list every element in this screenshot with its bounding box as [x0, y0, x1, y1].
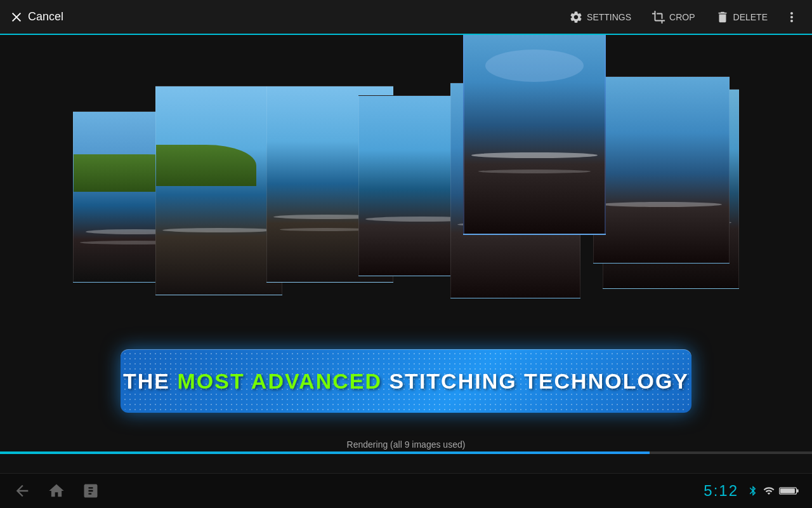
progress-label: Rendering (all 9 images used): [347, 439, 466, 450]
status-area: 5:12: [704, 482, 799, 500]
home-icon: [48, 482, 65, 500]
crop-label: CROP: [669, 12, 695, 22]
delete-icon: [716, 10, 730, 24]
photo-panel-7: [593, 76, 730, 264]
progress-track: [0, 451, 812, 454]
battery-icon: [779, 485, 799, 497]
panorama-preview: [73, 73, 739, 308]
banner-text-suffix: STITCHING TECHNOLOGY: [382, 369, 689, 393]
top-toolbar: Cancel SETTINGS CROP DELETE: [0, 0, 812, 35]
topbar-right: SETTINGS CROP DELETE: [560, 4, 812, 30]
crop-icon: [652, 10, 665, 24]
photo-panel-6: [463, 16, 606, 235]
cancel-label: Cancel: [28, 10, 63, 23]
wifi-icon: [763, 485, 775, 497]
clock: 5:12: [704, 482, 738, 500]
recents-button[interactable]: [81, 481, 100, 500]
svg-rect-1: [797, 489, 799, 492]
recents-icon: [82, 482, 100, 500]
more-options-button[interactable]: [779, 4, 804, 30]
status-icons: [747, 485, 799, 497]
topbar-left: Cancel: [0, 10, 63, 23]
svg-rect-2: [780, 488, 795, 493]
settings-button[interactable]: SETTINGS: [560, 5, 640, 29]
cancel-icon: [10, 11, 23, 23]
bluetooth-icon: [747, 485, 759, 497]
bottom-navigation-bar: 5:12: [0, 473, 812, 508]
nav-icons-left: [13, 481, 100, 500]
settings-icon: [569, 10, 583, 24]
progress-fill: [0, 451, 650, 454]
crop-button[interactable]: CROP: [643, 5, 704, 29]
more-icon: [784, 10, 799, 25]
back-button[interactable]: [13, 481, 32, 500]
home-button[interactable]: [47, 481, 66, 500]
banner-text-the: THE: [123, 369, 177, 393]
promo-banner: THE MOST ADVANCED STITCHING TECHNOLOGY: [121, 349, 691, 413]
progress-text: Rendering (all 9 images used): [0, 439, 812, 450]
main-content: THE MOST ADVANCED STITCHING TECHNOLOGY R…: [0, 35, 812, 489]
delete-label: DELETE: [733, 12, 768, 22]
back-icon: [13, 482, 31, 500]
banner-text: THE MOST ADVANCED STITCHING TECHNOLOGY: [123, 369, 689, 394]
photo-panel-2: [155, 86, 282, 295]
cancel-button[interactable]: Cancel: [10, 10, 63, 23]
banner-text-highlight: MOST ADVANCED: [177, 369, 382, 393]
settings-label: SETTINGS: [587, 12, 631, 22]
delete-button[interactable]: DELETE: [707, 5, 776, 29]
